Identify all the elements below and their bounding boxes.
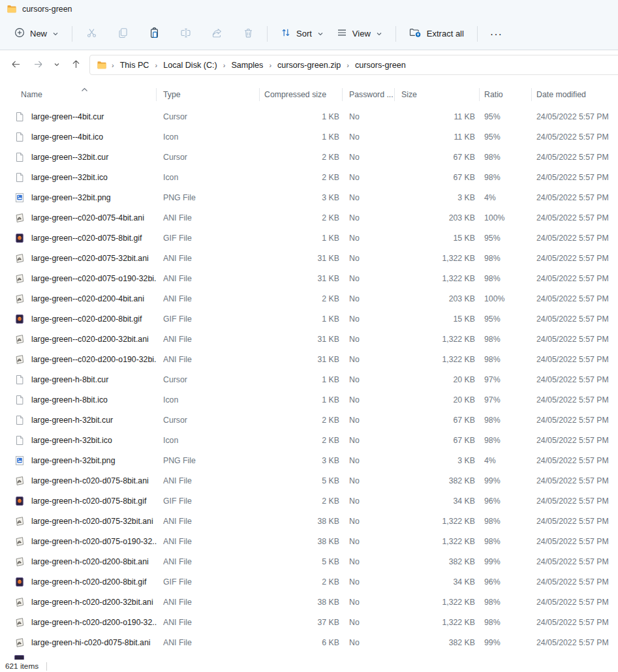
up-button[interactable]: [67, 56, 85, 74]
file-name: large-green-h-32bit.ico: [31, 436, 112, 445]
file-row[interactable]: large-green-h-c020-d200-o190-32... ANI F…: [0, 612, 618, 632]
file-row[interactable]: large-green-h-c020-d075-8bit.ani ANI Fil…: [0, 470, 618, 491]
icon-file-icon: [14, 435, 25, 446]
file-row[interactable]: large-green-h-c020-d200-32bit.ani ANI Fi…: [0, 592, 618, 612]
icon-file-icon: [14, 395, 25, 405]
chevron-down-icon: [52, 31, 59, 37]
file-name: large-green-h-32bit.cur: [31, 416, 113, 425]
gif-file-icon: [14, 496, 25, 506]
chevron-down-icon: [317, 31, 324, 37]
plus-circle-icon: [14, 27, 25, 40]
ani-file-icon: [14, 536, 25, 547]
recent-locations-button[interactable]: [51, 56, 63, 74]
ani-file-icon: [14, 557, 25, 567]
column-header-name[interactable]: Name: [0, 88, 157, 101]
file-row[interactable]: large-green--c020-d075-o190-32bi... ANI …: [0, 268, 618, 288]
items-count: 621 items: [5, 662, 39, 671]
file-row[interactable]: large-green--4bit.ico Icon 1 KB No 11 KB…: [0, 127, 618, 147]
file-row[interactable]: large-green-h-8bit.ico Icon 1 KB No 20 K…: [0, 389, 618, 410]
paste-button[interactable]: [142, 23, 166, 45]
command-bar: New Sort View Ext: [0, 18, 618, 49]
file-row[interactable]: large-green-h-c020-d075-8bit.gif GIF Fil…: [0, 491, 618, 511]
column-header-compressed-size[interactable]: Compressed size: [260, 88, 343, 101]
file-row[interactable]: large-green-hi-c020-d075-8bit.ani ANI Fi…: [0, 632, 618, 652]
file-name: large-green-h-c020-d075-o190-32...: [31, 537, 157, 546]
file-row[interactable]: large-green--32bit.png PNG File 3 KB No …: [0, 187, 618, 207]
file-name: large-green-h-c020-d075-32bit.ani: [31, 517, 153, 526]
view-icon: [337, 27, 347, 40]
sort-ascending-caret-icon: [81, 83, 88, 95]
view-button[interactable]: View: [330, 23, 389, 45]
file-row[interactable]: large-green--4bit.cur Cursor 1 KB No 11 …: [0, 106, 618, 127]
file-name: large-green-h-c020-d200-8bit.ani: [31, 557, 149, 566]
file-row[interactable]: large-green--c020-d075-8bit.gif GIF File…: [0, 228, 618, 248]
file-row[interactable]: large-green--c020-d200-4bit.ani ANI File…: [0, 288, 618, 309]
chevron-right-icon: ›: [150, 61, 162, 69]
file-row[interactable]: large-green-h-32bit.ico Icon 2 KB No 67 …: [0, 430, 618, 450]
delete-button[interactable]: [236, 23, 260, 45]
file-row[interactable]: large-green-h-8bit.cur Cursor 1 KB No 20…: [0, 369, 618, 389]
column-header-date-modified[interactable]: Date modified: [532, 88, 618, 101]
rename-button[interactable]: [173, 23, 198, 45]
new-button[interactable]: New: [8, 23, 65, 45]
title-bar: cursors-green: [0, 0, 618, 18]
column-header-password[interactable]: Password ...: [343, 88, 395, 101]
file-row[interactable]: large-green--c020-d075-32bit.ani ANI Fil…: [0, 248, 618, 268]
file-name: large-green-h-8bit.ico: [31, 395, 108, 405]
window-title: cursors-green: [22, 5, 72, 14]
cursor-file-icon: [14, 152, 25, 162]
see-more-button[interactable]: ...: [484, 23, 509, 45]
png-file-icon: [14, 455, 25, 466]
recent-locations-chevron-icon: [54, 60, 60, 70]
cut-button[interactable]: [79, 23, 104, 45]
ani-file-icon: [14, 617, 25, 628]
file-row[interactable]: large-green--32bit.cur Cursor 2 KB No 67…: [0, 147, 618, 167]
breadcrumb-item-5[interactable]: cursors-green: [354, 59, 407, 72]
ani-file-icon: [14, 294, 25, 304]
file-row[interactable]: large-green-h-32bit.png PNG File 3 KB No…: [0, 450, 618, 470]
share-button[interactable]: [204, 23, 229, 45]
file-name: large-green-h-8bit.cur: [31, 375, 108, 384]
back-button[interactable]: [7, 56, 25, 74]
ellipsis-icon: ...: [490, 29, 502, 39]
paste-icon: [149, 27, 160, 40]
file-row[interactable]: large-green--c020-d200-o190-32bi... ANI …: [0, 349, 618, 369]
file-row[interactable]: large-green-h-c020-d075-o190-32... ANI F…: [0, 531, 618, 551]
chevron-down-icon: [376, 31, 382, 37]
file-name: large-green-h-c020-d200-o190-32...: [31, 618, 157, 627]
chevron-right-icon: ›: [264, 61, 276, 69]
forward-button[interactable]: [29, 56, 47, 74]
extract-all-button[interactable]: Extract all: [403, 23, 471, 45]
file-name: large-green-h-c020-d200-32bit.ani: [31, 598, 153, 607]
address-bar[interactable]: ›This PC›Local Disk (C:)›Samples›cursors…: [89, 55, 618, 75]
column-header-ratio[interactable]: Ratio: [480, 88, 532, 101]
file-row[interactable]: large-green--32bit.ico Icon 2 KB No 67 K…: [0, 167, 618, 187]
file-row[interactable]: large-green--c020-d200-32bit.ani ANI Fil…: [0, 329, 618, 349]
file-row[interactable]: large-green-h-32bit.cur Cursor 2 KB No 6…: [0, 410, 618, 430]
file-row[interactable]: large-green-h-c020-d200-8bit.ani ANI Fil…: [0, 551, 618, 572]
file-name: large-green--c020-d075-32bit.ani: [31, 254, 149, 263]
toolbar-separator: [267, 26, 268, 42]
file-row[interactable]: large-green-h-c020-d200-8bit.gif GIF Fil…: [0, 572, 618, 592]
column-header-size[interactable]: Size: [395, 88, 480, 101]
file-row[interactable]: large-green--c020-d075-4bit.ani ANI File…: [0, 207, 618, 228]
breadcrumb-item-1[interactable]: This PC: [119, 59, 151, 72]
partial-file-row[interactable]: [14, 655, 24, 660]
file-name: large-green-h-c020-d200-8bit.gif: [31, 577, 146, 587]
status-separator: [46, 662, 47, 671]
status-bar: 621 items: [0, 660, 618, 672]
breadcrumb-item-2[interactable]: Local Disk (C:): [162, 59, 219, 72]
breadcrumb-item-3[interactable]: Samples: [230, 59, 264, 72]
cursor-file-icon: [14, 112, 25, 122]
file-row[interactable]: large-green-h-c020-d075-32bit.ani ANI Fi…: [0, 511, 618, 531]
cursor-file-icon: [14, 415, 25, 425]
column-header-type[interactable]: Type: [157, 88, 260, 101]
breadcrumb-item-4[interactable]: cursors-green.zip: [276, 59, 342, 72]
chevron-right-icon: ›: [107, 61, 119, 69]
sort-button[interactable]: Sort: [274, 23, 330, 45]
file-name: large-green--c020-d075-o190-32bi...: [31, 274, 157, 283]
icon-file-icon: [14, 132, 25, 142]
ani-file-icon: [14, 597, 25, 607]
copy-button[interactable]: [110, 23, 135, 45]
file-row[interactable]: large-green--c020-d200-8bit.gif GIF File…: [0, 309, 618, 329]
